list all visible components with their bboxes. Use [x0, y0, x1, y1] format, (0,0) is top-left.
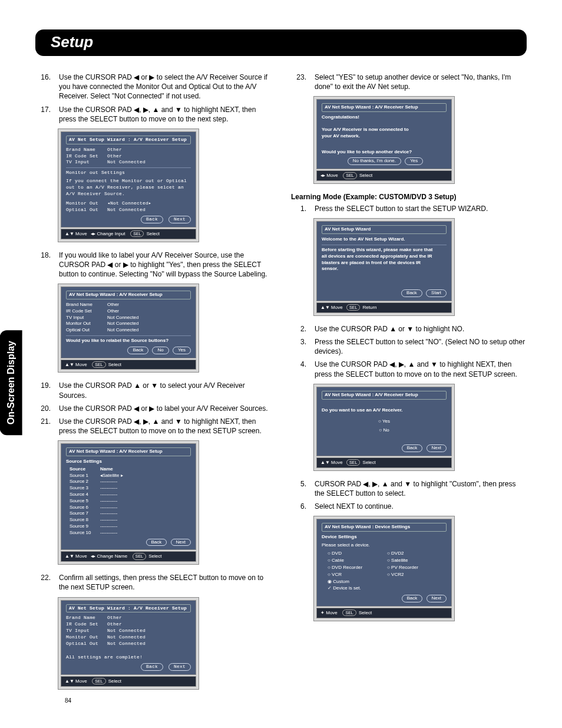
- osd-next-button[interactable]: Next: [427, 444, 447, 452]
- step-text: Use the CURSOR PAD ◀, ▶, ▲ and ▼ to high…: [315, 360, 527, 378]
- osd-welcome: Welcome to the AV Net Setup Wizard.: [322, 236, 447, 243]
- learning-mode-heading: Learning Mode (Example: CUSTOM/DVD 3 Set…: [291, 192, 527, 202]
- osd-label: TV Input: [66, 315, 107, 321]
- step-text: Use the CURSOR PAD ◀ or ▶ to select the …: [59, 73, 271, 101]
- osd-value: -----------: [100, 530, 191, 536]
- osd-value: Other: [107, 308, 191, 315]
- osd-label: Monitor Out: [66, 200, 107, 207]
- osd-back-button[interactable]: Back: [401, 289, 422, 297]
- osd-value: Not Connected: [107, 315, 191, 321]
- osd-value: Other: [107, 147, 191, 153]
- step-text: Use the CURSOR PAD ◀, ▶, ▲ and ▼ to high…: [59, 105, 271, 124]
- sel-icon: SEL: [343, 172, 356, 179]
- osd-next-button[interactable]: Next: [427, 595, 447, 602]
- osd-value: -----------: [100, 485, 191, 492]
- step-text: Press the SELECT button to start the SET…: [315, 204, 527, 213]
- osd-hint: ▲▼ Move: [320, 460, 343, 465]
- radio-dvd[interactable]: DVD: [328, 551, 342, 556]
- osd-value: Not Connected: [107, 321, 191, 327]
- osd-question: Would you like to relabel the Source but…: [66, 338, 191, 344]
- osd-label: Optical Out: [66, 207, 107, 213]
- osd-back-button[interactable]: Back: [141, 663, 163, 671]
- radio-custom[interactable]: Custom: [328, 579, 349, 584]
- osd-title: AV Net Setup Wizard : A/V Receiver Setup: [322, 391, 447, 400]
- step-text: Use the CURSOR PAD ◀, ▶, ▲ and ▼ to high…: [59, 417, 271, 436]
- osd-message: Before starting this wizard, please make…: [322, 247, 434, 272]
- osd-hint: ▲▼ Move: [65, 678, 87, 684]
- osd-start-button[interactable]: Start: [426, 289, 447, 297]
- osd-hint: ◂▸ Change Name: [91, 554, 127, 559]
- osd-back-button[interactable]: Back: [402, 595, 423, 602]
- radio-satellite[interactable]: Satellite: [387, 558, 408, 563]
- osd-title: AV Net Setup Wizard : Device Settings: [322, 523, 447, 532]
- osd-back-button[interactable]: Back: [141, 216, 163, 223]
- steps-d: 5.CURSOR PAD ◀, ▶, ▲ and ▼ to highlight …: [291, 479, 527, 512]
- osd-hint: Select: [108, 362, 121, 367]
- radio-no[interactable]: No: [379, 427, 389, 433]
- osd-label: IR Code Set: [66, 308, 107, 315]
- osd-hint: ▲▼ Move: [65, 554, 87, 559]
- sel-icon: SEL: [92, 361, 105, 368]
- radio-vcr[interactable]: VCR: [328, 572, 342, 577]
- osd-value: ◂Not Connected▸: [107, 200, 191, 207]
- step-num: 21.: [35, 417, 51, 436]
- radio-yes[interactable]: Yes: [378, 419, 390, 424]
- osd-back-button[interactable]: Back: [402, 444, 423, 452]
- step-num: 1.: [291, 204, 306, 213]
- steps-19-21: 19.Use the CURSOR PAD ▲ or ▼ to select y…: [35, 381, 271, 436]
- radio-dvd-recorder[interactable]: DVD Recorder: [328, 565, 362, 570]
- osd-next-button[interactable]: Next: [168, 216, 191, 223]
- page-title-bar: Setup: [35, 29, 527, 56]
- osd-value: -----------: [100, 523, 191, 530]
- osd-value: Not Connected: [107, 159, 191, 166]
- osd-col-head: Name: [100, 466, 191, 473]
- steps-23: 23.Select "YES" to setup another device …: [291, 73, 527, 91]
- osd-yes-button[interactable]: Yes: [405, 157, 423, 165]
- osd-label: TV Input: [66, 159, 107, 166]
- step-text: Select NEXT to continue.: [315, 502, 527, 511]
- osd-title: AV Net Setup Wizard: [322, 225, 447, 234]
- osd-screenshot-5: AV Net Setup Wizard : A/V Receiver Setup…: [313, 96, 455, 184]
- osd-no-button[interactable]: No: [152, 347, 168, 354]
- osd-question: Do you want to use an A/V Receiver.: [322, 407, 447, 414]
- osd-value: -----------: [100, 510, 191, 517]
- radio-cable[interactable]: Cable: [328, 558, 344, 563]
- osd-next-button[interactable]: Next: [171, 539, 191, 546]
- osd-value: -----------: [100, 479, 191, 485]
- osd-back-button[interactable]: Back: [146, 539, 167, 546]
- osd-message: All settings are complete!: [66, 654, 191, 661]
- radio-pv-recorder[interactable]: PV Recorder: [387, 565, 418, 570]
- osd-message: Your A/V Receiver is now connected to yo…: [322, 127, 410, 140]
- osd-footer: ▲▼ Move SEL Return: [316, 302, 452, 313]
- osd-back-button[interactable]: Back: [127, 347, 148, 354]
- osd-label: Source 3: [66, 485, 100, 492]
- step-num: 2.: [291, 324, 306, 334]
- step-num: 18.: [35, 251, 51, 279]
- osd-hint: ✦ Move: [320, 610, 338, 615]
- radio-vcr2[interactable]: VCR2: [387, 572, 404, 577]
- osd-footer: ◂▸ Move SEL Select: [316, 170, 452, 181]
- sel-icon: SEL: [346, 304, 360, 311]
- osd-hint: Select: [147, 231, 160, 236]
- osd-yes-button[interactable]: Yes: [173, 347, 191, 354]
- step-num: 23.: [291, 73, 306, 91]
- device-set-check: Device is set.: [328, 585, 361, 591]
- osd-no-thanks-button[interactable]: No thanks, I'm done.: [348, 157, 401, 165]
- osd-next-button[interactable]: Next: [168, 663, 191, 671]
- step-text: Press the SELECT button to select "NO". …: [315, 337, 527, 356]
- step-num: 6.: [291, 502, 306, 511]
- osd-footer: ✦ Move SEL Select: [316, 608, 452, 618]
- osd-value: Other: [107, 615, 191, 621]
- osd-label: Brand Name: [66, 147, 107, 153]
- step-num: 22.: [35, 573, 51, 592]
- osd-label: Source 10: [66, 530, 100, 536]
- osd-message: Please select a device.: [322, 542, 447, 549]
- osd-label: Brand Name: [66, 302, 107, 308]
- osd-label: Source 5: [66, 498, 100, 505]
- osd-title: AV Net Setup Wizard : A/V Receiver Setup: [66, 291, 191, 299]
- step-num: 17.: [35, 105, 51, 124]
- osd-value: -----------: [100, 505, 191, 511]
- right-column: 23.Select "YES" to setup another device …: [291, 73, 527, 698]
- radio-dvd2[interactable]: DVD2: [387, 551, 404, 556]
- osd-value: -----------: [100, 498, 191, 505]
